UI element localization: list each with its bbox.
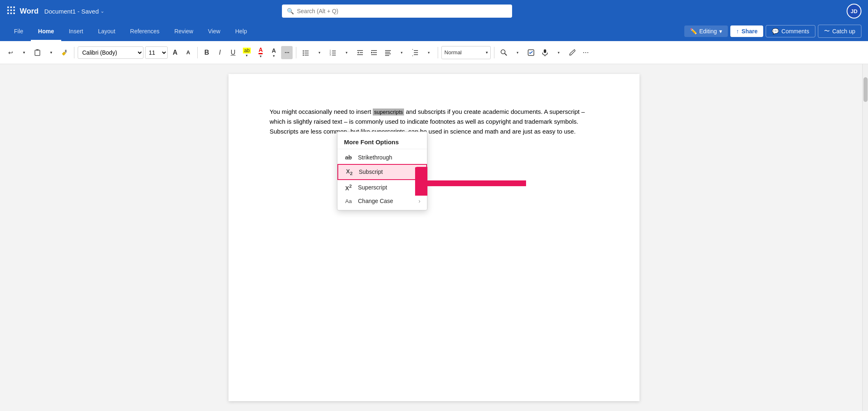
underline-button[interactable]: U (227, 46, 239, 59)
tab-help[interactable]: Help (228, 22, 254, 41)
svg-rect-2 (14, 7, 15, 8)
strikethrough-option[interactable]: ab Strikethrough (337, 151, 427, 164)
svg-rect-6 (7, 13, 9, 14)
search-input[interactable] (297, 8, 507, 14)
editing-button[interactable]: ✏️ Editing ▾ (684, 25, 728, 37)
separator-2 (197, 47, 198, 58)
editing-label: Editing (699, 28, 717, 35)
format-painter-button[interactable] (58, 46, 71, 59)
comments-label: Comments (781, 28, 809, 35)
change-case-option[interactable]: Aa Change Case › (337, 194, 427, 208)
editor-check-button[interactable] (525, 46, 537, 59)
tab-file[interactable]: File (7, 22, 31, 41)
subscript-label: Subscript (359, 169, 383, 175)
svg-rect-7 (10, 13, 12, 14)
bullet-arrow-button[interactable]: ▾ (314, 46, 325, 59)
font-grow-button[interactable]: A (169, 46, 181, 59)
italic-button[interactable]: I (214, 46, 226, 59)
waffle-icon[interactable] (7, 6, 16, 16)
doc-title[interactable]: Document1 - Saved (44, 8, 99, 15)
svg-marker-25 (357, 52, 359, 53)
superscript-icon: X2 (344, 183, 353, 192)
tab-view[interactable]: View (201, 22, 228, 41)
editing-chevron-icon: ▾ (719, 28, 722, 35)
svg-rect-11 (65, 50, 67, 53)
document-page: You might occasionally need to insert su… (229, 74, 639, 401)
svg-rect-1 (10, 7, 12, 8)
outdent-button[interactable] (354, 46, 366, 59)
document-paragraph: You might occasionally need to insert su… (270, 107, 598, 136)
comments-icon: 💬 (772, 28, 779, 35)
scrollbar-thumb[interactable] (863, 77, 868, 102)
catchup-icon: 〜 (824, 28, 830, 35)
svg-rect-9 (35, 50, 40, 55)
numbering-arrow-button[interactable]: ▾ (341, 46, 352, 59)
font-shrink-button[interactable]: A (182, 46, 194, 59)
svg-point-14 (303, 52, 304, 53)
undo-arrow-button[interactable]: ▾ (18, 46, 30, 59)
svg-marker-29 (371, 52, 373, 53)
svg-marker-39 (412, 49, 413, 50)
dictate-arrow-button[interactable]: ▾ (553, 46, 564, 59)
search-box[interactable]: 🔍 (282, 5, 512, 18)
comments-button[interactable]: 💬 Comments (766, 25, 815, 37)
ribbon-tabs: File Home Insert Layout References Revie… (0, 22, 868, 41)
avatar[interactable]: JD (847, 4, 861, 18)
line-spacing-button[interactable] (409, 46, 421, 59)
separator-4 (438, 47, 438, 58)
tab-insert[interactable]: Insert (61, 22, 90, 41)
tab-review[interactable]: Review (167, 22, 201, 41)
change-case-label: Change Case (358, 198, 393, 204)
scrollbar-track[interactable] (862, 64, 868, 411)
share-icon: ↑ (736, 28, 739, 35)
share-button[interactable]: ↑ Share (730, 25, 763, 37)
catchup-button[interactable]: 〜 Catch up (818, 25, 861, 38)
undo-button[interactable]: ↩ (5, 46, 16, 59)
svg-marker-40 (412, 55, 413, 56)
tab-home[interactable]: Home (31, 22, 62, 41)
font-color-button[interactable]: A ▾ (255, 46, 266, 59)
clipboard-button[interactable] (31, 46, 44, 59)
align-button[interactable] (382, 46, 394, 59)
find-button[interactable] (498, 46, 510, 59)
superscript-option[interactable]: X2 Superscript (337, 180, 427, 195)
align-arrow-button[interactable]: ▾ (396, 46, 407, 59)
dictate-button[interactable] (539, 46, 551, 59)
subscript-icon: X2 (345, 168, 354, 176)
bullet-list-button[interactable] (300, 46, 312, 59)
line-spacing-arrow-button[interactable]: ▾ (423, 46, 434, 59)
svg-rect-0 (7, 7, 9, 8)
toolbar: ↩ ▾ ▾ Calibri (Body) 11 A A B I U ab ▾ A… (0, 41, 868, 64)
strikethrough-label: Strikethrough (358, 154, 392, 161)
draw-mode-button[interactable] (566, 46, 578, 59)
dropdown-title: More Font Options (337, 134, 427, 149)
find-arrow-button[interactable]: ▾ (512, 46, 523, 59)
tab-layout[interactable]: Layout (90, 22, 122, 41)
change-case-arrow-icon: › (418, 198, 420, 204)
styles-button[interactable]: Normal ▾ (441, 46, 491, 59)
superscript-label: Superscript (358, 184, 387, 191)
doc-arrow-icon[interactable]: ⌄ (100, 8, 104, 14)
more-font-options-button[interactable]: ··· (281, 46, 293, 59)
svg-rect-5 (14, 9, 15, 11)
title-bar: Word Document1 - Saved ⌄ 🔍 JD (0, 0, 868, 22)
styles-label: Normal (444, 49, 462, 55)
indent-button[interactable] (368, 46, 380, 59)
change-case-icon: Aa (344, 198, 353, 204)
font-size-select[interactable]: 11 (145, 46, 168, 59)
svg-rect-4 (10, 9, 12, 11)
app-name: Word (20, 7, 39, 16)
font-name-select[interactable]: Calibri (Body) (78, 46, 143, 59)
svg-point-41 (501, 50, 505, 54)
dropdown-menu: More Font Options ab Strikethrough X2 Su… (337, 132, 427, 210)
highlight-button[interactable]: ab ▾ (240, 46, 253, 59)
overflow-button[interactable]: ··· (580, 46, 591, 59)
numbering-button[interactable]: 1.2.3. (327, 46, 339, 59)
bold-button[interactable]: B (201, 46, 212, 59)
char-spacing-button[interactable]: A ▾ (268, 46, 279, 59)
svg-rect-44 (544, 49, 546, 53)
subscript-option[interactable]: X2 Subscript (337, 164, 427, 180)
svg-rect-3 (7, 9, 9, 11)
tab-references[interactable]: References (123, 22, 167, 41)
clipboard-arrow-button[interactable]: ▾ (45, 46, 57, 59)
